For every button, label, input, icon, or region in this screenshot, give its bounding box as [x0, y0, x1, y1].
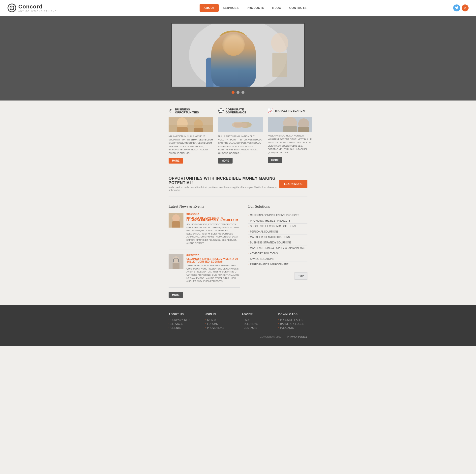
slider-dot-3[interactable]	[241, 91, 244, 94]
copyright: CONCORD © 2012	[260, 336, 281, 338]
svg-rect-46	[173, 259, 174, 262]
solution-1[interactable]: › OFFERING COMPREHENSIVE PROJECTS	[248, 213, 307, 218]
footer-link-press[interactable]: › PRESS RELEASES	[278, 319, 308, 321]
solution-2[interactable]: › PROVIDING THE BEST PROJECTS	[248, 218, 307, 224]
business-more-btn[interactable]: MORE	[169, 158, 183, 164]
footer-link-company-info[interactable]: › COMPANY INFO	[169, 319, 198, 321]
governance-more-btn[interactable]: MORE	[218, 158, 233, 164]
footer-advice-title: ADVICE	[242, 313, 271, 316]
chevron-icon: ›	[248, 247, 248, 249]
svg-rect-14	[223, 46, 231, 52]
footer-chevron: ›	[242, 327, 242, 329]
solution-label: PERSONAL SOLUTIONS	[250, 230, 278, 233]
solution-9[interactable]: › SAVING SOLUTIONS	[248, 256, 307, 262]
footer-chevron: ›	[169, 323, 169, 325]
solutions-title: Our Solutions	[248, 204, 307, 209]
footer-link-forums[interactable]: › FORUMS	[205, 323, 235, 325]
logo-icon	[7, 3, 16, 12]
footer-link-signup[interactable]: › SIGN UP	[205, 319, 235, 321]
slider-dot-1[interactable]	[232, 91, 235, 94]
svg-point-22	[236, 48, 239, 50]
footer-bottom: CONCORD © 2012 | PRIVACY POLICY	[169, 336, 307, 338]
chevron-icon: ›	[248, 263, 248, 266]
solution-10[interactable]: › PERFORMANCE IMPROVEMENT	[248, 262, 307, 267]
chevron-icon: ›	[248, 241, 248, 244]
top-button[interactable]: TOP	[295, 272, 307, 280]
business-title: BUSINESS OPPORTUNITIES	[175, 108, 213, 114]
solution-7[interactable]: › MANUFACTURING & SUPPLY CHAIN ANALYSIS	[248, 245, 307, 251]
governance-icon: 💬	[218, 108, 224, 114]
twitter-icon[interactable]	[453, 4, 460, 11]
footer: ABOUT US › COMPANY INFO › SERVICES › CLI…	[0, 305, 476, 346]
cta-heading: OPPORTUNITIES WITH INCREDIBLE MONEY MAKI…	[169, 176, 279, 185]
footer-join: JOIN IN › SIGN UP › FORUMS › PROMOTIONS	[205, 313, 235, 331]
nav-contacts[interactable]: CONTACTS	[285, 4, 311, 12]
footer-link-solutions[interactable]: › SOLUTIONS	[242, 323, 271, 325]
nav-products[interactable]: PRODUCTS	[243, 4, 268, 12]
main-content: ⏱ BUSINESS OPPORTUNITIES NULL	[0, 101, 476, 298]
svg-rect-45	[173, 263, 179, 269]
solution-5[interactable]: › MARKET RESEARCH SOLUTIONS	[248, 235, 307, 240]
hero-image	[171, 23, 305, 87]
svg-point-20	[235, 47, 240, 51]
footer-chevron: ›	[205, 327, 206, 329]
solution-8[interactable]: › ADVISORY SOLUTIONS	[248, 251, 307, 256]
business-text: NULLA PRETIUM NULLA NON ELIT VOLUTPAT PO…	[169, 135, 213, 155]
footer-downloads: DOWNLOADS › PRESS RELEASES › BANNERS & L…	[278, 313, 308, 331]
solution-4[interactable]: › PERSONAL SOLUTIONS	[248, 229, 307, 235]
footer-link-clients[interactable]: › CLIENTS	[169, 327, 198, 329]
svg-rect-10	[228, 53, 238, 60]
footer-advice: ADVICE › FAQ › SOLUTIONS › CONTACTS	[242, 313, 271, 331]
footer-chevron: ›	[278, 327, 279, 329]
footer-chevron: ›	[205, 319, 206, 321]
news-date-2: 02/03/2012	[186, 254, 240, 257]
news-item-1: 01/02/2012 BITUR VESTIBULUM SAGITTIS ULL…	[169, 213, 240, 249]
footer-about-title: ABOUT US	[169, 313, 198, 316]
footer-chevron: ›	[169, 327, 169, 329]
chevron-icon: ›	[248, 219, 248, 222]
governance-title: CORPORATE GOVERNANCE	[226, 108, 263, 114]
solution-label: BUSINESS STRATEGY SOLUTIONS	[250, 241, 291, 244]
footer-link-faq[interactable]: › FAQ	[242, 319, 271, 321]
market-image	[268, 117, 312, 132]
market-title: MARKET RESEARCH	[275, 109, 305, 112]
svg-point-6	[271, 33, 288, 53]
news-item-2: 02/03/2012 ULLAMCORPER VESTIBULUM VIVERR…	[169, 254, 240, 288]
footer-link-podcasts[interactable]: › PODCASTS	[278, 327, 308, 329]
footer-downloads-title: DOWNLOADS	[278, 313, 308, 316]
learn-more-btn[interactable]: LEARN MORE	[279, 180, 307, 188]
nav-services[interactable]: SERVICES	[219, 4, 242, 12]
news-more-btn[interactable]: MORE	[169, 292, 183, 298]
solution-label: PROVIDING THE BEST PROJECTS	[250, 219, 291, 222]
logo-tagline: ANY SOLUTIONS AT HAND	[18, 10, 57, 12]
cta-subtext: Nulla pretium nulla non elit volutpat po…	[169, 186, 279, 192]
svg-rect-7	[272, 53, 287, 77]
footer-columns: ABOUT US › COMPANY INFO › SERVICES › CLI…	[169, 313, 307, 331]
chevron-icon: ›	[248, 225, 248, 228]
market-more-btn[interactable]: MORE	[268, 157, 282, 163]
svg-rect-9	[213, 61, 243, 87]
footer-link-promotions[interactable]: › PROMOTIONS	[205, 327, 235, 329]
svg-point-12	[220, 31, 247, 45]
business-image	[169, 117, 213, 132]
solution-label: MARKET RESEARCH SOLUTIONS	[250, 236, 290, 238]
news-headline-2: ULLAMCORPER VESTIBULUM VIVERRA UT SOLLIC…	[186, 258, 240, 263]
privacy-link[interactable]: PRIVACY POLICY	[287, 336, 307, 338]
solution-6[interactable]: › BUSINESS STRATEGY SOLUTIONS	[248, 240, 307, 245]
nav-blog[interactable]: BLOG	[268, 4, 285, 12]
hero-section	[0, 16, 476, 101]
solution-3[interactable]: › SUCCESSFUL ECONOMIC SOLUTIONS	[248, 224, 307, 229]
footer-link-banners[interactable]: › BANNERS & LOGOS	[278, 323, 308, 325]
social-icons	[453, 4, 469, 11]
slider-dot-2[interactable]	[237, 91, 239, 94]
footer-link-services[interactable]: › SERVICES	[169, 323, 198, 325]
news-body-2: TEMPOR EROS. NON EGESTAS IPSUM LOREM QUI…	[186, 264, 240, 283]
slider-dots	[171, 91, 305, 94]
svg-point-19	[224, 47, 229, 51]
footer-link-contacts-advice[interactable]: › CONTACTS	[242, 327, 271, 329]
nav-about[interactable]: ABOUT	[200, 4, 219, 12]
chevron-icon: ›	[248, 258, 248, 260]
footer-join-title: JOIN IN	[205, 313, 235, 316]
three-columns: ⏱ BUSINESS OPPORTUNITIES NULL	[169, 101, 307, 164]
rss-icon[interactable]	[462, 4, 469, 11]
